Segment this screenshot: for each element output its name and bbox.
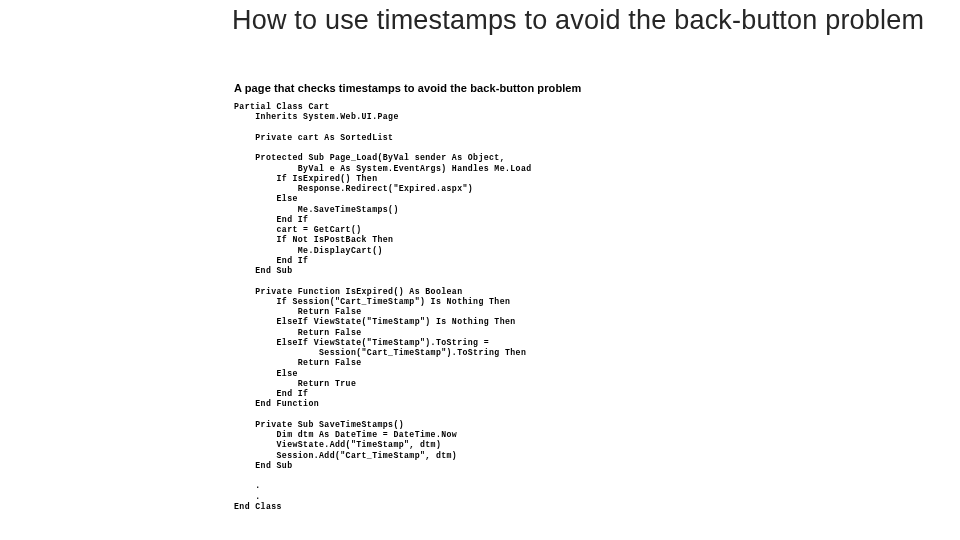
slide-title: How to use timestamps to avoid the back-… xyxy=(232,4,924,36)
page-caption: A page that checks timestamps to avoid t… xyxy=(234,82,664,94)
code-block: Partial Class Cart Inherits System.Web.U… xyxy=(234,102,664,512)
code-image: A page that checks timestamps to avoid t… xyxy=(234,82,664,512)
